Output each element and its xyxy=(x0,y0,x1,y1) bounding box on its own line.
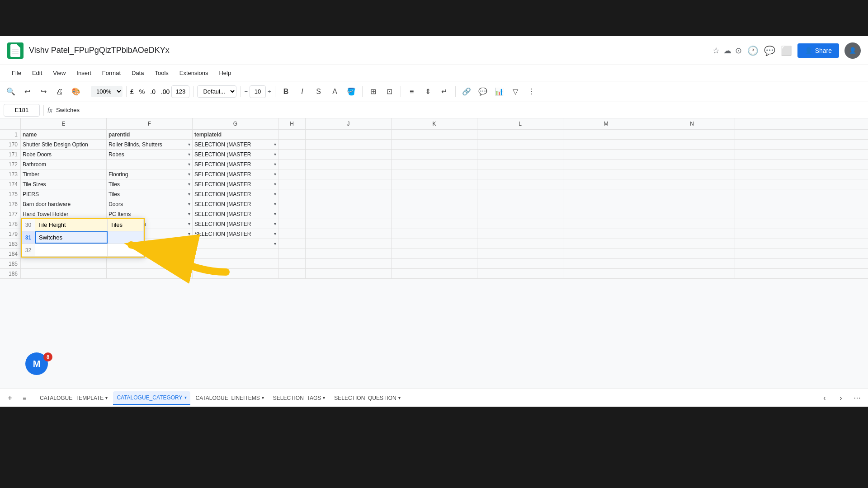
text-color-btn[interactable]: A xyxy=(328,84,342,99)
undo-btn[interactable]: ↩ xyxy=(20,84,34,99)
tab-catalogue-lineitems[interactable]: CATALOGUE_LINEITEMS ▾ xyxy=(192,391,268,405)
chart-btn[interactable]: 📊 xyxy=(492,84,506,99)
menu-insert[interactable]: Insert xyxy=(72,68,96,78)
tabs-next-btn[interactable]: › xyxy=(834,391,848,405)
font-size-minus-btn[interactable]: − xyxy=(244,88,248,95)
notif-letter: M xyxy=(33,359,41,369)
share-button[interactable]: 👤 Share xyxy=(797,43,839,58)
tab-selection-question[interactable]: SELECTION_QUESTION ▾ xyxy=(330,391,404,405)
menu-data[interactable]: Data xyxy=(127,68,148,78)
number-format-display: 123 xyxy=(171,85,189,98)
tabs-expand-btn[interactable]: ⋯ xyxy=(850,391,864,405)
zoom-cell-parent-30[interactable]: Tiles xyxy=(108,219,144,231)
merge-btn[interactable]: ⊡ xyxy=(382,84,397,99)
separator-3 xyxy=(193,86,193,97)
menu-extensions[interactable]: Extensions xyxy=(175,68,213,78)
tabs-prev-btn[interactable]: ‹ xyxy=(817,391,832,405)
decimal-dec-btn[interactable]: .0 xyxy=(150,88,156,95)
tab-selection-tags[interactable]: SELECTION_TAGS ▾ xyxy=(269,391,329,405)
tabs-bar: + ≡ CATALOGUE_TEMPLATE ▾ CATALOGUE_CATEG… xyxy=(0,389,868,407)
col-header-e[interactable]: E xyxy=(21,118,107,129)
col-header-j[interactable]: J xyxy=(306,118,392,129)
table-row: 186 xyxy=(0,269,868,279)
col-header-g[interactable]: G xyxy=(193,118,278,129)
menu-tools[interactable]: Tools xyxy=(150,68,173,78)
zoom-popup: 30 Tile Height Tiles 31 Switches 32 xyxy=(21,218,145,258)
comment-btn[interactable]: 💬 xyxy=(764,45,775,56)
link-btn[interactable]: 🔗 xyxy=(459,84,474,99)
bold-btn[interactable]: B xyxy=(279,84,293,99)
zoom-row-31: 31 Switches xyxy=(22,231,144,244)
tab-catalogue-template[interactable]: CATALOGUE_TEMPLATE ▾ xyxy=(36,391,111,405)
col-header-k[interactable]: K xyxy=(392,118,477,129)
italic-btn[interactable]: I xyxy=(295,84,310,99)
filter-btn[interactable]: ▽ xyxy=(508,84,523,99)
col-header-f[interactable]: F xyxy=(107,118,193,129)
cell-g1[interactable]: templateId xyxy=(193,130,278,139)
zoom-cell-name-30[interactable]: Tile Height xyxy=(35,219,108,231)
zoom-selector[interactable]: 100% xyxy=(91,86,123,97)
tab-catalogue-lineitems-label: CATALOGUE_LINEITEMS xyxy=(196,395,260,401)
print-btn[interactable]: 🖨 xyxy=(52,84,67,99)
separator-7 xyxy=(401,86,401,97)
menu-view[interactable]: View xyxy=(48,68,70,78)
tabs-left-icons: + ≡ xyxy=(4,392,31,404)
user-avatar[interactable]: 👤 xyxy=(844,42,861,59)
share-icon: 👤 xyxy=(805,47,812,54)
present-btn[interactable]: ⬜ xyxy=(781,45,792,56)
tab-selection-tags-arrow: ▾ xyxy=(323,395,325,400)
col-header-h[interactable]: H xyxy=(278,118,306,129)
decimal-inc-btn[interactable]: .00 xyxy=(161,88,170,95)
cell-f1[interactable]: parentId xyxy=(107,130,193,139)
cell-m1[interactable] xyxy=(563,130,649,139)
sheet-menu-btn[interactable]: ≡ xyxy=(18,392,31,404)
add-sheet-btn[interactable]: + xyxy=(4,392,16,404)
col-header-l[interactable]: L xyxy=(477,118,563,129)
cell-e1[interactable]: name xyxy=(21,130,107,139)
zoom-row-num-31: 31 xyxy=(22,231,35,244)
notification-badge[interactable]: M 8 xyxy=(25,352,52,380)
col-header-n[interactable]: N xyxy=(649,118,735,129)
cell-l1[interactable] xyxy=(477,130,563,139)
font-selector[interactable]: Defaul... xyxy=(197,85,236,98)
percent-btn[interactable]: % xyxy=(139,88,145,95)
zoom-row-30: 30 Tile Height Tiles xyxy=(22,219,144,231)
right-tools: 🕐 💬 ⬜ 👤 Share 👤 xyxy=(747,42,861,59)
fill-color-btn[interactable]: 🪣 xyxy=(344,84,359,99)
star-icon[interactable]: ☆ xyxy=(712,46,720,56)
cell-h1[interactable] xyxy=(278,130,306,139)
menu-help[interactable]: Help xyxy=(214,68,236,78)
comment-btn2[interactable]: 💬 xyxy=(476,84,490,99)
align-btn[interactable]: ≡ xyxy=(405,84,419,99)
table-row: 185 xyxy=(0,259,868,269)
tab-catalogue-category[interactable]: CATALOGUE_CATEGORY ▾ xyxy=(113,391,190,405)
menu-format[interactable]: Format xyxy=(98,68,125,78)
zoom-cell-parent-31[interactable] xyxy=(108,231,144,244)
cloud-icon[interactable]: ☁ xyxy=(723,46,731,56)
currency-btn[interactable]: £ xyxy=(130,88,134,95)
menu-file[interactable]: File xyxy=(7,68,26,78)
cell-j1[interactable] xyxy=(306,130,392,139)
strikethrough-btn[interactable]: S xyxy=(311,84,326,99)
tab-catalogue-template-label: CATALOGUE_TEMPLATE xyxy=(40,395,104,401)
cell-reference-input[interactable] xyxy=(4,104,40,117)
borders-btn[interactable]: ⊞ xyxy=(366,84,381,99)
search-btn[interactable]: 🔍 xyxy=(4,84,18,99)
redo-btn[interactable]: ↪ xyxy=(36,84,51,99)
wrap-btn[interactable]: ↵ xyxy=(437,84,452,99)
cell-k1[interactable] xyxy=(392,130,477,139)
paint-format-btn[interactable]: 🎨 xyxy=(69,84,83,99)
zoom-cell-parent-32[interactable] xyxy=(108,244,144,256)
separator-4 xyxy=(240,86,241,97)
cell-n1[interactable] xyxy=(649,130,735,139)
more-btn[interactable]: ⋮ xyxy=(524,84,539,99)
col-header-m[interactable]: M xyxy=(563,118,649,129)
menu-edit[interactable]: Edit xyxy=(28,68,47,78)
font-size-plus-btn[interactable]: + xyxy=(268,88,271,95)
valign-btn[interactable]: ⇕ xyxy=(421,84,435,99)
history-btn[interactable]: 🕐 xyxy=(747,45,759,56)
formula-content: Switches xyxy=(56,107,864,113)
zoom-row-32: 32 xyxy=(22,244,144,257)
zoom-cell-name-32[interactable] xyxy=(35,244,108,256)
zoom-cell-name-31[interactable]: Switches xyxy=(35,231,108,244)
